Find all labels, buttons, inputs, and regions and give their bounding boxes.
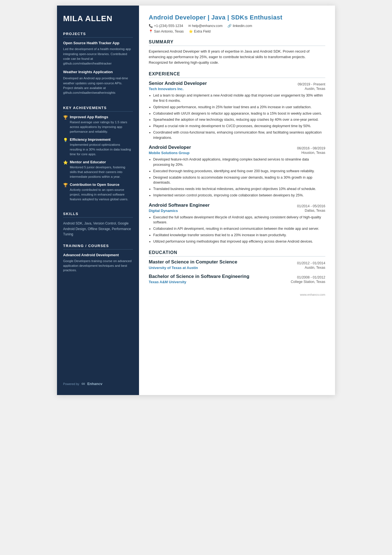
exp-sub-3: Digital Dynamics Dallas, Texas <box>149 209 325 213</box>
exp-date-3: 01/2014 - 05/2016 <box>297 204 325 208</box>
exp-header-2: Android Developer 06/2016 - 08/2019 <box>149 145 325 150</box>
trophy-icon-2: 🏆 <box>63 183 68 187</box>
summary-section: SUMMARY Experienced Android Developer wi… <box>149 40 325 65</box>
exp-bullet-1-6: Coordinated with cross-functional teams,… <box>153 130 325 140</box>
extra-icon: ⭐ <box>189 29 193 33</box>
exp-bullet-1-3: Collaborated with UI/UX designers to ref… <box>153 111 325 116</box>
sidebar-footer: Powered by ∞ Enhancv <box>63 375 133 387</box>
edu-location-1: Austin, Texas <box>305 266 325 270</box>
achievement-title-2: Efficiency Improvement <box>70 137 133 142</box>
education-section: EDUCATION Master of Science in Computer … <box>149 250 325 284</box>
main-header: Android Developer | Java | SDKs Enthusia… <box>149 14 325 33</box>
edu-header-2: Bachelor of Science in Software Engineer… <box>149 274 325 279</box>
exp-bullet-3-2: Collaborated in API development, resulti… <box>153 226 325 231</box>
exp-bullet-2-5: Implemented version control protocols, i… <box>153 193 325 198</box>
achievement-desc-2: Implemented protocol optimizations resul… <box>70 142 133 156</box>
achievement-item-1: 🏆 Improved App Ratings Raised average us… <box>63 115 133 134</box>
exp-bullets-3: Executed the full software development l… <box>153 215 325 244</box>
exp-title-3: Android Software Engineer <box>149 203 210 208</box>
exp-bullet-3-4: Utilized performance tuning methodologie… <box>153 239 325 244</box>
edu-header-1: Master of Science in Computer Science 01… <box>149 259 325 265</box>
exp-title-2: Android Developer <box>149 145 191 150</box>
achievement-item-2: 💡 Efficiency Improvement Implemented pro… <box>63 137 133 156</box>
edu-institution-2: Texas A&M University <box>149 280 186 284</box>
exp-location-1: Austin, Texas <box>305 87 325 91</box>
exp-date-2: 06/2016 - 08/2019 <box>297 146 325 150</box>
achievement-item-4: 🏆 Contribution to Open Source Actively c… <box>63 182 133 201</box>
contact-email: ✉ help@enhancv.com <box>188 24 223 28</box>
exp-header-1: Senior Android Developer 09/2019 - Prese… <box>149 81 325 86</box>
extra-text: Extra Field <box>194 29 211 33</box>
achievement-item-3: ⭐ Mentor and Educator Mentored 5 junior … <box>63 160 133 179</box>
enhancv-brand: Enhancv <box>87 382 102 386</box>
linkedin-text: linkedin.com <box>233 24 252 28</box>
training-item-1: Advanced Android Development Google Deve… <box>63 253 133 273</box>
contact-location: 📍 San Antonio, Texas <box>149 29 184 33</box>
exp-bullet-3-3: Facilitated knowledge transfer sessions … <box>153 233 325 238</box>
exp-company-3: Digital Dynamics <box>149 209 178 213</box>
contact-phone: 📞 +1-(234)-555-1234 <box>149 24 183 28</box>
achievement-title-4: Contribution to Open Source <box>70 182 133 187</box>
email-icon: ✉ <box>188 24 191 28</box>
achievement-desc-1: Raised average user ratings by 1.5 stars… <box>70 120 133 134</box>
exp-bullet-1-2: Optimized app performance, resulting in … <box>153 105 325 110</box>
training-course-desc-1: Google Developers training course on adv… <box>63 259 133 273</box>
experience-title: EXPERIENCE <box>149 71 325 78</box>
achievement-title-1: Improved App Ratings <box>70 115 133 119</box>
achievement-title-3: Mentor and Educator <box>70 160 133 164</box>
project-title-2: Weather Insights Application <box>63 70 133 75</box>
exp-bullets-1: Led a team to design and implement a new… <box>153 93 325 140</box>
star-icon: ⭐ <box>63 160 68 165</box>
exp-bullet-2-3: Designed scalable solutions to accommoda… <box>153 175 325 186</box>
trophy-icon-1: 🏆 <box>63 115 68 120</box>
achievement-desc-4: Actively contributed to an open-source p… <box>70 188 133 201</box>
project-title-1: Open Source Health Tracker App <box>63 41 133 46</box>
training-section: TRAINING / COURSES Advanced Android Deve… <box>63 244 133 275</box>
exp-sub-2: Mobile Solutions Group Houston, Texas <box>149 151 325 155</box>
main-professional-title: Android Developer | Java | SDKs Enthusia… <box>149 14 325 21</box>
exp-bullet-2-1: Developed feature-rich Android applicati… <box>153 157 325 167</box>
exp-title-1: Senior Android Developer <box>149 81 207 86</box>
projects-section: PROJECTS Open Source Health Tracker App … <box>63 32 133 99</box>
location-icon: 📍 <box>149 29 153 33</box>
edu-degree-2: Bachelor of Science in Software Engineer… <box>149 274 249 279</box>
skills-text: Android SDK, Java, Version Control, Goog… <box>63 221 133 237</box>
powered-by-label: Powered by <box>63 382 79 386</box>
achievements-title: KEY ACHIEVEMENTS <box>63 106 133 112</box>
main-content: Android Developer | Java | SDKs Enthusia… <box>139 6 335 395</box>
main-footer: www.enhancv.com <box>149 290 325 296</box>
edu-date-1: 01/2012 - 01/2014 <box>297 261 325 265</box>
edu-sub-2: Texas A&M University College Station, Te… <box>149 280 325 284</box>
linkedin-icon: 🔗 <box>227 24 232 28</box>
contact-row-1: 📞 +1-(234)-555-1234 ✉ help@enhancv.com 🔗… <box>149 24 325 28</box>
exp-location-3: Dallas, Texas <box>305 209 325 213</box>
exp-sub-1: Tech Innovators Inc. Austin, Texas <box>149 87 325 91</box>
candidate-name: MILA ALLEN <box>63 14 133 23</box>
edu-institution-1: University of Texas at Austin <box>149 266 198 270</box>
lightbulb-icon: 💡 <box>63 138 68 142</box>
contact-extra: ⭐ Extra Field <box>189 29 211 33</box>
sidebar: MILA ALLEN PROJECTS Open Source Health T… <box>57 6 139 395</box>
education-title: EDUCATION <box>149 250 325 256</box>
project-item-1: Open Source Health Tracker App Led the d… <box>63 41 133 66</box>
edu-sub-1: University of Texas at Austin Austin, Te… <box>149 266 325 270</box>
phone-text: +1-(234)-555-1234 <box>154 24 183 28</box>
exp-bullet-2-2: Executed thorough testing procedures, id… <box>153 169 325 174</box>
exp-company-2: Mobile Solutions Group <box>149 151 190 155</box>
edu-location-2: College Station, Texas <box>291 280 325 284</box>
exp-bullet-1-1: Led a team to design and implement a new… <box>153 93 325 103</box>
achievements-section: KEY ACHIEVEMENTS 🏆 Improved App Ratings … <box>63 106 133 205</box>
exp-location-2: Houston, Texas <box>301 151 325 155</box>
email-text: help@enhancv.com <box>192 24 223 28</box>
projects-title: PROJECTS <box>63 32 133 38</box>
exp-bullets-2: Developed feature-rich Android applicati… <box>153 157 325 198</box>
website-text: www.enhancv.com <box>300 293 325 296</box>
project-desc-2: Developed an Android app providing real-… <box>63 76 133 95</box>
achievement-desc-3: Mentored 5 junior developers, fostering … <box>70 165 133 179</box>
contact-linkedin: 🔗 linkedin.com <box>227 24 252 28</box>
skills-title: SKILLS <box>63 212 133 218</box>
training-course-title-1: Advanced Android Development <box>63 253 133 258</box>
experience-section: EXPERIENCE Senior Android Developer 09/2… <box>149 71 325 244</box>
exp-company-1: Tech Innovators Inc. <box>149 87 183 91</box>
training-title: TRAINING / COURSES <box>63 244 133 250</box>
